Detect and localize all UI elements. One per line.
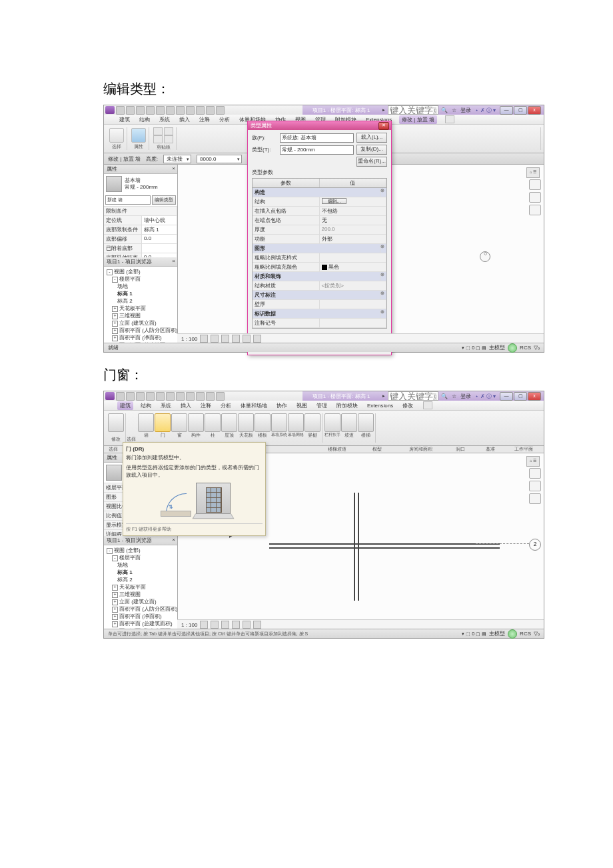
qat-undo-icon[interactable]	[136, 106, 145, 115]
param-val[interactable]: 外部	[320, 235, 387, 243]
nav-wheel-icon[interactable]	[529, 468, 541, 479]
qat-open-icon[interactable]	[116, 106, 125, 115]
pan-icon[interactable]	[529, 481, 541, 491]
door-tool-icon[interactable]	[155, 413, 171, 432]
qat-3d-icon[interactable]	[186, 106, 195, 115]
edit-type-button[interactable]: 编辑类型	[152, 195, 176, 205]
qat-icon[interactable]	[216, 392, 225, 401]
dialog-close-button[interactable]: ✕	[378, 122, 389, 130]
load-button[interactable]: 载入(L)...	[356, 133, 387, 143]
search-icon[interactable]: 🔍	[441, 107, 448, 113]
tab-annotate[interactable]: 注释	[199, 402, 213, 409]
optbar-height-dropdown[interactable]: 未连接	[163, 155, 191, 163]
close-button[interactable]: x	[528, 392, 541, 401]
scale-display[interactable]: 1 : 100	[181, 336, 197, 342]
qat-icon[interactable]	[156, 392, 165, 401]
prop-val[interactable]	[142, 244, 177, 253]
login-link[interactable]: 登录	[460, 107, 471, 114]
search-icon[interactable]: 🔍	[441, 393, 448, 399]
tree-root[interactable]: 视图 (全部)	[114, 547, 141, 553]
param-val[interactable]: 编辑...	[320, 197, 387, 206]
qat-icon[interactable]	[126, 392, 135, 401]
tab-analyze[interactable]: 分析	[219, 402, 233, 409]
tree-root[interactable]: 视图 (全部)	[114, 269, 141, 275]
component-tool-icon[interactable]	[188, 413, 204, 432]
filter-icon[interactable]: ▽₀	[534, 345, 540, 351]
visual-style-icon[interactable]	[211, 621, 219, 629]
tab-insert[interactable]: 插入	[179, 402, 193, 409]
qat-redo-icon[interactable]	[146, 106, 155, 115]
shadows-icon[interactable]	[232, 621, 240, 629]
tree-item[interactable]: 标高 2	[107, 576, 175, 583]
minimize-button[interactable]: —	[500, 106, 513, 115]
maximize-button[interactable]: ▢	[514, 392, 527, 401]
qat-icon[interactable]	[146, 392, 155, 401]
select-tool-icon[interactable]	[109, 128, 124, 143]
detail-level-icon[interactable]	[200, 335, 208, 343]
visual-style-icon[interactable]	[211, 335, 219, 343]
app-logo-icon[interactable]	[105, 106, 115, 114]
app-logo-icon[interactable]	[105, 392, 115, 400]
tab-view[interactable]: 视图	[295, 402, 309, 409]
tab-manage[interactable]: 管理	[314, 402, 329, 409]
subscribe-icon[interactable]: ☆	[452, 393, 456, 399]
type-dropdown[interactable]: 常规 - 200mm	[280, 145, 354, 155]
tab-massing[interactable]: 体量和场地	[239, 402, 269, 409]
search-input[interactable]	[388, 391, 438, 401]
rail-tool-icon[interactable]	[324, 413, 340, 432]
hide-icon[interactable]	[253, 621, 261, 629]
tab-collab[interactable]: 协作	[275, 402, 289, 409]
window-tool-icon[interactable]	[171, 413, 187, 432]
param-val[interactable]: <按类别>	[320, 281, 387, 290]
qat-icon[interactable]	[196, 392, 205, 401]
qat-section-icon[interactable]	[196, 106, 205, 115]
tab-insert[interactable]: 插入	[177, 116, 192, 123]
tree-floorplans[interactable]: 楼层平面	[119, 276, 141, 282]
scale-display[interactable]: 1 : 100	[181, 622, 197, 628]
duplicate-button[interactable]: 复制(D)...	[356, 145, 387, 155]
paste-icon[interactable]	[153, 127, 163, 135]
rename-button[interactable]: 重命名(R)...	[356, 157, 387, 167]
tab-addins[interactable]: 附加模块	[334, 402, 360, 409]
modify-tool-icon[interactable]	[108, 413, 124, 432]
tree-item[interactable]: 场地	[107, 283, 175, 290]
qat-text-icon[interactable]	[176, 106, 185, 115]
worksharing-icon[interactable]	[508, 343, 517, 353]
param-val[interactable]	[320, 300, 387, 309]
sun-path-icon[interactable]	[221, 621, 229, 629]
param-val[interactable]	[320, 253, 387, 262]
tab-modify[interactable]: 修改	[400, 402, 415, 409]
tree-item[interactable]: 面积平面 (总建筑面积)	[119, 621, 173, 627]
cut-icon[interactable]	[164, 127, 173, 135]
param-val[interactable]: 200.0	[320, 225, 387, 234]
tree-item[interactable]: 标高 1	[107, 290, 175, 297]
tree-item[interactable]: 立面 (建筑立面)	[119, 320, 157, 326]
curtain-grid-icon[interactable]	[288, 413, 304, 432]
tree-item[interactable]: 场地	[107, 561, 175, 569]
column-tool-icon[interactable]	[205, 413, 221, 432]
help-icons[interactable]: ⋆ ✗ ⓘ ▾	[475, 107, 496, 114]
floor-tool-icon[interactable]	[255, 413, 271, 432]
tab-struct[interactable]: 结构	[139, 402, 153, 409]
crop-icon[interactable]	[243, 335, 251, 343]
family-dropdown[interactable]: 系统族: 基本墙	[280, 133, 354, 143]
tree-item[interactable]: 三维视图	[119, 591, 141, 597]
detail-level-icon[interactable]	[200, 621, 208, 629]
tab-modify[interactable]: 修改 | 放置 墙	[399, 115, 437, 124]
tree-item[interactable]: 三维视图	[119, 313, 141, 319]
qat-icon[interactable]	[186, 392, 195, 401]
tree-item[interactable]: 立面 (建筑立面)	[119, 599, 157, 605]
optbar-length-input[interactable]: 8000.0	[197, 155, 242, 163]
type-selector-dropdown[interactable]: 新建 墙	[105, 195, 151, 205]
tree-item[interactable]: 面积平面 (人防分区面积)	[119, 606, 177, 612]
copy-icon[interactable]	[153, 135, 163, 143]
worksharing-icon[interactable]	[508, 629, 517, 639]
param-val[interactable]	[320, 319, 387, 327]
close-button[interactable]: x	[528, 106, 541, 115]
help-icons[interactable]: ⋆ ✗ ⓘ ▾	[475, 393, 496, 400]
qat-switch-icon[interactable]	[216, 106, 225, 115]
subscribe-icon[interactable]: ☆	[452, 107, 456, 113]
qat-icon[interactable]	[116, 392, 125, 401]
stair-tool-icon[interactable]	[358, 413, 374, 432]
ribbon-expand-icon[interactable]	[445, 115, 454, 123]
